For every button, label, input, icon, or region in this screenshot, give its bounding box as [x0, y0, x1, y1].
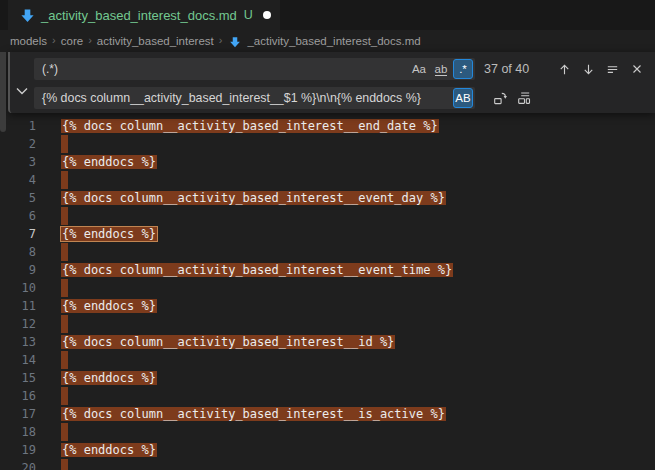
- line-content[interactable]: [61, 171, 68, 189]
- find-replace-widget: (.*) Aa ab .* 37 of 40: [8, 52, 655, 113]
- line-number: 11: [0, 297, 36, 315]
- preserve-case-label: AB: [455, 92, 470, 104]
- find-match: {% docs column__activity_based_interest_…: [61, 335, 395, 349]
- line-number: 19: [0, 441, 36, 459]
- editor-line-18[interactable]: 18: [0, 423, 655, 441]
- current-find-match: {% enddocs %}: [61, 227, 157, 241]
- breadcrumb-item-file[interactable]: _activity_based_interest_docs.md: [247, 35, 420, 47]
- editor-line-13[interactable]: 13{% docs column__activity_based_interes…: [0, 333, 655, 351]
- editor-line-8[interactable]: 8: [0, 243, 655, 261]
- tab-active-file[interactable]: _activity_based_interest_docs.md U: [8, 0, 280, 30]
- find-match-empty-line: [61, 279, 68, 297]
- find-match: {% enddocs %}: [61, 371, 157, 385]
- line-content[interactable]: [61, 243, 68, 261]
- editor-line-12[interactable]: 12: [0, 315, 655, 333]
- line-content[interactable]: [61, 351, 68, 369]
- editor-line-14[interactable]: 14: [0, 351, 655, 369]
- find-match: {% docs column__activity_based_interest_…: [61, 119, 439, 133]
- line-content[interactable]: {% docs column__activity_based_interest_…: [61, 189, 446, 207]
- line-content[interactable]: {% docs column__activity_based_interest_…: [61, 333, 395, 351]
- line-content[interactable]: [61, 207, 68, 225]
- editor-line-10[interactable]: 10: [0, 279, 655, 297]
- find-match-empty-line: [61, 171, 68, 189]
- whole-word-toggle[interactable]: ab: [431, 59, 451, 79]
- editor-line-15[interactable]: 15{% enddocs %}: [0, 369, 655, 387]
- line-number: 10: [0, 279, 36, 297]
- find-match: {% docs column__activity_based_interest_…: [61, 263, 453, 277]
- match-case-toggle[interactable]: Aa: [409, 59, 429, 79]
- line-content[interactable]: {% enddocs %}: [61, 369, 157, 387]
- line-content[interactable]: [61, 459, 68, 470]
- editor[interactable]: 1{% docs column__activity_based_interest…: [0, 52, 655, 470]
- line-content[interactable]: [61, 423, 68, 441]
- breadcrumb-item-models[interactable]: models: [10, 35, 47, 47]
- line-number: 12: [0, 315, 36, 333]
- line-content[interactable]: [61, 279, 68, 297]
- line-content[interactable]: [61, 387, 68, 405]
- find-match: {% docs column__activity_based_interest_…: [61, 407, 446, 421]
- line-number: 6: [0, 207, 36, 225]
- editor-line-19[interactable]: 19{% enddocs %}: [0, 441, 655, 459]
- close-find-button[interactable]: [627, 60, 646, 79]
- line-number: 13: [0, 333, 36, 351]
- editor-line-1[interactable]: 1{% docs column__activity_based_interest…: [0, 117, 655, 135]
- replace-button[interactable]: [490, 89, 509, 108]
- line-content[interactable]: {% docs column__activity_based_interest_…: [61, 261, 453, 279]
- editor-line-11[interactable]: 11{% enddocs %}: [0, 297, 655, 315]
- editor-line-2[interactable]: 2: [0, 135, 655, 153]
- left-edge-panel-sliver: [0, 52, 6, 132]
- unsaved-changes-dot[interactable]: [263, 11, 271, 19]
- editor-line-20[interactable]: 20: [0, 459, 655, 470]
- line-content[interactable]: {% enddocs %}: [61, 225, 157, 243]
- replace-input[interactable]: {% docs column__activity_based_interest_…: [34, 87, 475, 109]
- find-match-empty-line: [61, 315, 68, 333]
- editor-line-16[interactable]: 16: [0, 387, 655, 405]
- find-match-empty-line: [61, 459, 68, 470]
- chevron-right-icon: ›: [219, 34, 223, 46]
- arrow-down-icon: [581, 62, 596, 77]
- editor-line-17[interactable]: 17{% docs column__activity_based_interes…: [0, 405, 655, 423]
- regex-label: .*: [459, 63, 467, 75]
- match-case-label: Aa: [412, 63, 426, 75]
- preserve-case-toggle[interactable]: AB: [453, 88, 473, 108]
- previous-match-button[interactable]: [555, 60, 574, 79]
- editor-line-4[interactable]: 4: [0, 171, 655, 189]
- toggle-replace-button[interactable]: [13, 82, 30, 99]
- find-toggles: Aa ab .*: [409, 59, 473, 79]
- replace-action-buttons: [490, 87, 533, 109]
- line-number: 2: [0, 135, 36, 153]
- find-input[interactable]: (.*) Aa ab .*: [34, 58, 475, 80]
- editor-line-9[interactable]: 9{% docs column__activity_based_interest…: [0, 261, 655, 279]
- editor-line-5[interactable]: 5{% docs column__activity_based_interest…: [0, 189, 655, 207]
- find-match-empty-line: [61, 423, 68, 441]
- find-match: {% enddocs %}: [61, 299, 157, 313]
- line-number: 9: [0, 261, 36, 279]
- replace-icon: [492, 90, 508, 106]
- editor-line-3[interactable]: 3{% enddocs %}: [0, 153, 655, 171]
- whole-word-label: ab: [435, 63, 448, 76]
- next-match-button[interactable]: [579, 60, 598, 79]
- arrow-up-icon: [557, 62, 572, 77]
- editor-line-6[interactable]: 6: [0, 207, 655, 225]
- line-number: 5: [0, 189, 36, 207]
- regex-toggle[interactable]: .*: [453, 59, 473, 79]
- line-content[interactable]: {% enddocs %}: [61, 297, 157, 315]
- line-content[interactable]: [61, 135, 68, 153]
- line-content[interactable]: {% docs column__activity_based_interest_…: [61, 405, 446, 423]
- find-nav-buttons: [555, 52, 646, 86]
- selection-lines-icon: [605, 62, 620, 77]
- replace-all-button[interactable]: [514, 89, 533, 108]
- find-match-empty-line: [61, 207, 68, 225]
- line-content[interactable]: {% enddocs %}: [61, 153, 157, 171]
- find-match-empty-line: [61, 243, 68, 261]
- breadcrumb-item-folder[interactable]: activity_based_interest: [97, 35, 214, 47]
- editor-line-7[interactable]: 7{% enddocs %}: [0, 225, 655, 243]
- chevron-down-icon: [16, 87, 28, 95]
- line-content[interactable]: {% docs column__activity_based_interest_…: [61, 117, 439, 135]
- replace-all-icon: [516, 90, 532, 106]
- breadcrumb-item-core[interactable]: core: [61, 35, 83, 47]
- line-content[interactable]: {% enddocs %}: [61, 441, 157, 459]
- line-number: 7: [0, 225, 36, 243]
- line-content[interactable]: [61, 315, 68, 333]
- find-in-selection-button[interactable]: [603, 60, 622, 79]
